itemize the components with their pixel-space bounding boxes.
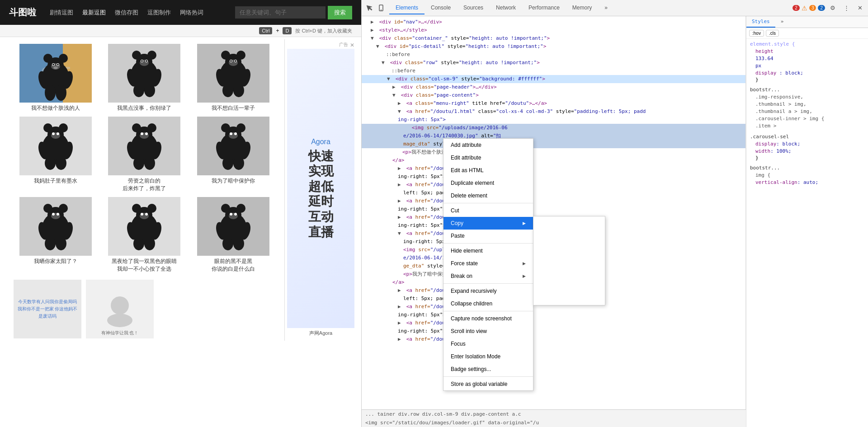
dom-line[interactable]: ▶ <a href="/doutu/2.html" class="col (362, 164, 745, 173)
nav-item-latest[interactable]: 最新逗图 (82, 9, 106, 17)
tab-elements[interactable]: Elements (389, 2, 425, 14)
dom-line[interactable]: ▶ <a class="menu-right" title href="/dou… (362, 99, 745, 108)
ctx-edit-html[interactable]: Edit as HTML (443, 164, 533, 177)
ad-content[interactable]: Agora 快速 实现 超低 延时 互动 直播 (287, 49, 354, 328)
submenu-copy-jspath[interactable]: Copy JS path (533, 254, 605, 267)
ctx-break-on[interactable]: Break on (443, 270, 533, 282)
dom-line[interactable]: ing-right: 5px">…</a> (362, 173, 745, 181)
dom-line-selected[interactable]: ▼ <div class="col-sm-9" style="backgroun… (362, 75, 745, 83)
meme-item[interactable]: 我妈肚子里有墨水 (14, 117, 98, 192)
ctx-force-state[interactable]: Force state (443, 257, 533, 270)
dom-line[interactable]: ▶ <div class="page-header">…</div> (362, 83, 745, 91)
bear-svg (35, 53, 76, 103)
dom-line[interactable]: ▶ <style>…</style> (362, 26, 745, 34)
ctx-expand[interactable]: Expand recursively (443, 285, 533, 297)
bottom-meme-item[interactable]: 有神仙学让我 也！ (86, 280, 154, 338)
search-button[interactable]: 搜索 (328, 6, 352, 19)
submenu-copy-element[interactable]: Copy element (533, 216, 605, 229)
ctx-hide[interactable]: Hide element (443, 244, 533, 257)
bottom-meme-item[interactable]: 今天数学有人问我你是偷局吗 我和你不是一把家 你这他妈不是废话吗 (14, 280, 81, 338)
meme-caption: 我为了暗中保护你 (212, 177, 255, 185)
filter-cls-btn[interactable]: .cls (766, 30, 779, 37)
dom-line-img[interactable]: <img src="/uploads/image/2016-06 (362, 124, 745, 132)
ctx-edit-attribute[interactable]: Edit attribute (443, 151, 533, 164)
tab-styles-more[interactable]: » (775, 16, 789, 28)
ctx-badge[interactable]: Badge settings... (443, 363, 533, 375)
dom-line[interactable]: ▶ <a href="/doutu/9.html" class="col (362, 319, 745, 327)
dom-line[interactable]: </a> (362, 156, 745, 164)
mobile-icon[interactable] (376, 3, 387, 14)
dom-line[interactable]: <p>我不想做个肤浅的人</p> (362, 148, 745, 156)
meme-item[interactable]: 劳资之前白的 后来炸了，炸黑了 (102, 117, 186, 192)
ad-close-icon[interactable]: ✕ (350, 42, 354, 48)
cursor-icon[interactable] (364, 3, 375, 14)
ctx-paste[interactable]: Paste (443, 230, 533, 242)
dom-line[interactable]: mage_dta" style="height: 133.647 (362, 140, 745, 148)
meme-item[interactable]: 我为了暗中保护你 (191, 117, 275, 192)
ctx-focus[interactable]: Focus (443, 338, 533, 350)
filter-hov-btn[interactable]: :hov (749, 30, 764, 37)
submenu-copy-outerhtml[interactable]: Copy outerHTML (533, 229, 605, 242)
dom-line[interactable]: ::before (362, 67, 745, 75)
submenu-copy-full-xpath[interactable]: Copy full XPath (533, 292, 605, 305)
tab-sources[interactable]: Sources (457, 2, 490, 14)
dom-line[interactable]: e/2016-06-14/1740030.jpg" alt="扣 (362, 132, 745, 140)
ctx-sep-5 (443, 376, 533, 377)
close-devtools-icon[interactable]: ✕ (854, 2, 866, 14)
tab-network[interactable]: Network (490, 2, 522, 14)
submenu-copy-styles[interactable]: Copy styles (533, 267, 605, 280)
more-icon[interactable]: ⋮ (840, 2, 852, 14)
ctx-duplicate[interactable]: Duplicate element (443, 177, 533, 189)
dom-line[interactable]: ::before (362, 51, 745, 59)
ctx-collapse[interactable]: Collapse children (443, 297, 533, 310)
dom-line[interactable]: ▶ <a href="/doutu/10.html" class="co (362, 335, 745, 343)
submenu-copy-selector[interactable]: Copy selector (533, 242, 605, 254)
ctx-store-global[interactable]: Store as global variable (443, 378, 533, 390)
dom-line[interactable]: ▼ <div class="container_" style="height:… (362, 34, 745, 42)
dom-line[interactable]: ▼ <div id="pic-detail" style="height: au… (362, 42, 745, 51)
ctx-capture-screenshot[interactable]: Capture node screenshot (443, 312, 533, 325)
meme-item[interactable]: 我晒你家太阳了？ (14, 197, 98, 273)
dom-line[interactable]: ▶ <a href="/doutu/4.html" class="col (362, 197, 745, 205)
meme-item[interactable]: 我黑点没事，你别绿了 (102, 44, 186, 112)
dom-line[interactable]: ing-right: 5px">…</a> (362, 311, 745, 319)
ctx-add-attribute[interactable]: Add attribute (443, 139, 533, 151)
styles-rule: .carousel-sel display: block; width: 100… (750, 133, 864, 161)
meme-item[interactable]: 黑夜给了我一双黑色的眼睛 我却一不小心按了全选 (102, 197, 186, 273)
tab-more[interactable]: » (598, 2, 614, 14)
tab-performance[interactable]: Performance (522, 2, 566, 14)
dom-panel[interactable]: ▶ <div id="nav">…</div> ▶ <style>…</styl… (362, 16, 746, 409)
submenu-copy-xpath[interactable]: Copy XPath (533, 280, 605, 292)
dom-line[interactable]: left: 5px; padd (362, 189, 745, 197)
ctx-scroll[interactable]: Scroll into view (443, 325, 533, 338)
tab-console[interactable]: Console (425, 2, 457, 14)
settings-icon[interactable]: ⚙ (827, 2, 839, 14)
nav-item-drama[interactable]: 剧情逗图 (50, 9, 73, 17)
dom-line[interactable]: ing-right: 5px">…</a> (362, 327, 745, 335)
nav-item-hot[interactable]: 网络热词 (180, 9, 203, 17)
svg-point-43 (59, 123, 68, 132)
dom-line[interactable]: ▼ <a href="/doutu/1.html" class="col-xs-… (362, 108, 745, 116)
nav-item-wechat[interactable]: 微信存图 (115, 9, 138, 17)
tab-memory[interactable]: Memory (566, 2, 598, 14)
meme-item[interactable]: 我不想白活一辈子 (191, 44, 275, 112)
dom-line[interactable]: ing-right: 5px">…</a> (362, 205, 745, 213)
ctx-delete[interactable]: Delete element (443, 189, 533, 202)
dom-line[interactable]: ▼ <div class="row" style="height: auto !… (362, 59, 745, 67)
meme-item[interactable]: 眼前的黑不是黑 你说的白是什么白 (191, 197, 275, 273)
dom-line[interactable]: ▼ <div class="page-content"> (362, 91, 745, 99)
styles-prop-line: .carousel-inner > img { (755, 115, 864, 122)
search-input[interactable] (235, 6, 326, 19)
bottom-meme-image: 有神仙学让我 也！ (86, 280, 154, 338)
dom-line[interactable]: ▶ <a href="/doutu/3.html" class="col (362, 181, 745, 189)
svg-point-87 (147, 204, 156, 213)
ctx-cut[interactable]: Cut (443, 204, 533, 217)
nav-item-make[interactable]: 逗图制作 (147, 9, 171, 17)
dom-line[interactable]: ing-right: 5px"> (362, 116, 745, 124)
expand-arrow: ▶ (398, 336, 402, 343)
ctx-isolation[interactable]: Enter Isolation Mode (443, 350, 533, 363)
tab-styles[interactable]: Styles (746, 16, 775, 28)
dom-line[interactable]: ▶ <div id="nav">…</div> (362, 18, 745, 26)
meme-item[interactable]: GIF (14, 44, 98, 112)
ctx-copy[interactable]: Copy ▶ Copy element Copy outerHTML Copy … (443, 217, 533, 230)
